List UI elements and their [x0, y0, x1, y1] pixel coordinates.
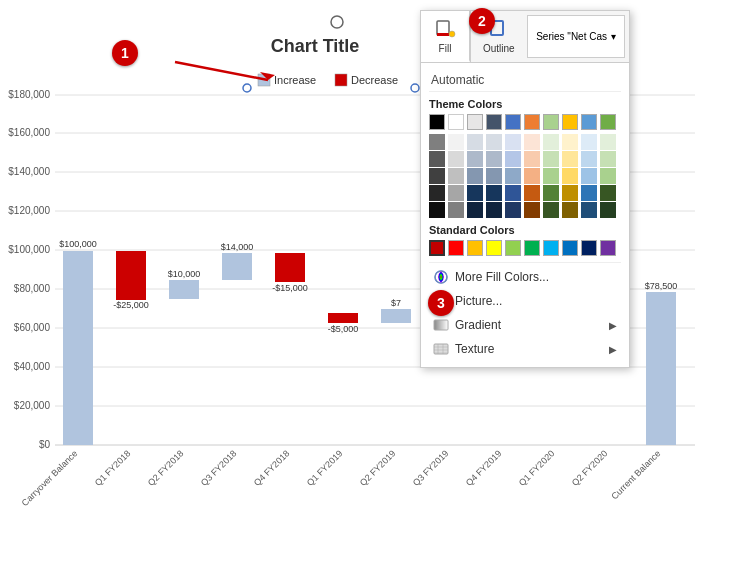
shade-0-1[interactable]: [448, 134, 464, 150]
bar-carryover[interactable]: [63, 251, 93, 445]
shade-3-1[interactable]: [448, 185, 464, 201]
shade-4-1[interactable]: [448, 202, 464, 218]
bar-q4fy2018[interactable]: [275, 253, 305, 282]
theme-color-4[interactable]: [505, 114, 521, 130]
std-color-8[interactable]: [581, 240, 597, 256]
series-dropdown-arrow: ▾: [611, 31, 616, 42]
shade-3-2[interactable]: [467, 185, 483, 201]
picture-item[interactable]: Picture...: [429, 289, 621, 313]
shade-4-5[interactable]: [524, 202, 540, 218]
bar-q2fy2019[interactable]: [381, 309, 411, 323]
std-color-0[interactable]: [429, 240, 445, 256]
shade-4-8[interactable]: [581, 202, 597, 218]
shade-1-9[interactable]: [600, 151, 616, 167]
shade-2-9[interactable]: [600, 168, 616, 184]
shade-4-3[interactable]: [486, 202, 502, 218]
svg-rect-52: [434, 344, 448, 354]
more-fill-colors-icon: [433, 269, 449, 285]
theme-color-5[interactable]: [524, 114, 540, 130]
shade-3-6[interactable]: [543, 185, 559, 201]
shade-0-7[interactable]: [562, 134, 578, 150]
shade-1-4[interactable]: [505, 151, 521, 167]
shade-2-2[interactable]: [467, 168, 483, 184]
shade-0-6[interactable]: [543, 134, 559, 150]
svg-text:$20,000: $20,000: [14, 400, 51, 411]
texture-item[interactable]: Texture ▶: [429, 337, 621, 361]
shade-0-3[interactable]: [486, 134, 502, 150]
std-color-2[interactable]: [467, 240, 483, 256]
shade-3-7[interactable]: [562, 185, 578, 201]
shade-3-8[interactable]: [581, 185, 597, 201]
shade-2-7[interactable]: [562, 168, 578, 184]
bar-q1fy2018-neg[interactable]: [116, 251, 146, 300]
shade-1-5[interactable]: [524, 151, 540, 167]
shade-2-3[interactable]: [486, 168, 502, 184]
theme-color-1[interactable]: [448, 114, 464, 130]
std-color-3[interactable]: [486, 240, 502, 256]
gradient-item[interactable]: Gradient ▶: [429, 313, 621, 337]
shade-4-2[interactable]: [467, 202, 483, 218]
std-color-4[interactable]: [505, 240, 521, 256]
automatic-option[interactable]: Automatic: [429, 69, 621, 92]
shade-0-5[interactable]: [524, 134, 540, 150]
shade-0-0[interactable]: [429, 134, 445, 150]
shade-0-4[interactable]: [505, 134, 521, 150]
theme-color-0[interactable]: [429, 114, 445, 130]
shade-1-3[interactable]: [486, 151, 502, 167]
bar-q1fy2019[interactable]: [328, 313, 358, 323]
series-selector[interactable]: Series "Net Cas ▾: [527, 15, 625, 58]
shade-1-7[interactable]: [562, 151, 578, 167]
shade-2-4[interactable]: [505, 168, 521, 184]
shade-1-0[interactable]: [429, 151, 445, 167]
shade-1-6[interactable]: [543, 151, 559, 167]
selection-handle-left[interactable]: [243, 84, 251, 92]
shade-2-8[interactable]: [581, 168, 597, 184]
selection-handle-right[interactable]: [411, 84, 419, 92]
shade-0-9[interactable]: [600, 134, 616, 150]
svg-text:$10,000: $10,000: [168, 269, 201, 279]
shade-0-2[interactable]: [467, 134, 483, 150]
bar-current[interactable]: [646, 292, 676, 445]
shade-3-9[interactable]: [600, 185, 616, 201]
std-color-6[interactable]: [543, 240, 559, 256]
fill-tab[interactable]: Fill: [421, 11, 470, 62]
selection-handle-top[interactable]: [331, 16, 343, 28]
shade-4-0[interactable]: [429, 202, 445, 218]
legend-increase-label: Increase: [274, 74, 316, 86]
shade-4-6[interactable]: [543, 202, 559, 218]
bar-q2fy2018[interactable]: [169, 280, 199, 299]
shade-3-4[interactable]: [505, 185, 521, 201]
series-label: Series "Net Cas: [536, 31, 607, 42]
shade-3-0[interactable]: [429, 185, 445, 201]
svg-text:Q1 FY2020: Q1 FY2020: [517, 448, 557, 488]
shade-4-4[interactable]: [505, 202, 521, 218]
theme-color-8[interactable]: [581, 114, 597, 130]
theme-color-7[interactable]: [562, 114, 578, 130]
theme-color-9[interactable]: [600, 114, 616, 130]
shade-4-7[interactable]: [562, 202, 578, 218]
shade-4-9[interactable]: [600, 202, 616, 218]
shade-0-8[interactable]: [581, 134, 597, 150]
shade-2-1[interactable]: [448, 168, 464, 184]
theme-color-2[interactable]: [467, 114, 483, 130]
shade-3-5[interactable]: [524, 185, 540, 201]
theme-color-3[interactable]: [486, 114, 502, 130]
shade-2-0[interactable]: [429, 168, 445, 184]
shade-3-3[interactable]: [486, 185, 502, 201]
more-fill-colors-item[interactable]: More Fill Colors...: [429, 265, 621, 289]
shade-2-5[interactable]: [524, 168, 540, 184]
shade-1-2[interactable]: [467, 151, 483, 167]
std-color-1[interactable]: [448, 240, 464, 256]
shade-1-8[interactable]: [581, 151, 597, 167]
shade-2-6[interactable]: [543, 168, 559, 184]
texture-arrow: ▶: [609, 344, 617, 355]
std-color-5[interactable]: [524, 240, 540, 256]
std-color-9[interactable]: [600, 240, 616, 256]
menu-divider-1: [429, 262, 621, 263]
bar-q3fy2018[interactable]: [222, 253, 252, 280]
svg-text:$120,000: $120,000: [8, 205, 50, 216]
theme-color-6[interactable]: [543, 114, 559, 130]
std-color-7[interactable]: [562, 240, 578, 256]
shade-1-1[interactable]: [448, 151, 464, 167]
picture-label: Picture...: [455, 294, 502, 308]
